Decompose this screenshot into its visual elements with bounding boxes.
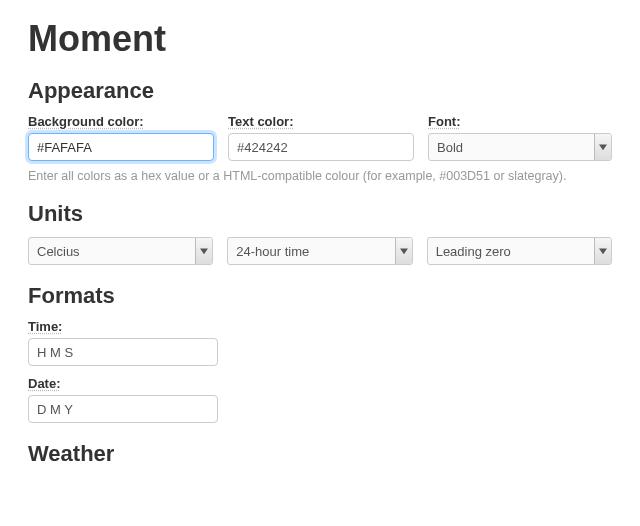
date-format-string-input[interactable] <box>28 395 218 423</box>
appearance-row: Background color: Text color: Font: Bold <box>28 114 612 161</box>
time-format-string-field: Time: <box>28 319 218 366</box>
section-heading-weather: Weather <box>28 441 612 467</box>
date-format-string-field: Date: <box>28 376 218 423</box>
time-format-string-input[interactable] <box>28 338 218 366</box>
temperature-field: Celcius <box>28 237 213 265</box>
background-color-label: Background color: <box>28 114 144 129</box>
background-color-field: Background color: <box>28 114 214 161</box>
section-heading-formats: Formats <box>28 283 612 309</box>
section-heading-units: Units <box>28 201 612 227</box>
section-heading-appearance: Appearance <box>28 78 612 104</box>
font-field: Font: Bold <box>428 114 612 161</box>
text-color-label: Text color: <box>228 114 294 129</box>
date-format-string-label: Date: <box>28 376 61 391</box>
time-format-select[interactable]: 24-hour time <box>227 237 412 265</box>
units-row: Celcius 24-hour time Leading zero <box>28 237 612 265</box>
time-format-string-label: Time: <box>28 319 62 334</box>
background-color-input[interactable] <box>28 133 214 161</box>
leading-zero-select[interactable]: Leading zero <box>427 237 612 265</box>
appearance-help-text: Enter all colors as a hex value or a HTM… <box>28 169 612 183</box>
font-select[interactable]: Bold <box>428 133 612 161</box>
text-color-input[interactable] <box>228 133 414 161</box>
page-title: Moment <box>28 18 612 60</box>
temperature-select[interactable]: Celcius <box>28 237 213 265</box>
text-color-field: Text color: <box>228 114 414 161</box>
time-format-field: 24-hour time <box>227 237 412 265</box>
font-label: Font: <box>428 114 460 129</box>
leading-zero-field: Leading zero <box>427 237 612 265</box>
